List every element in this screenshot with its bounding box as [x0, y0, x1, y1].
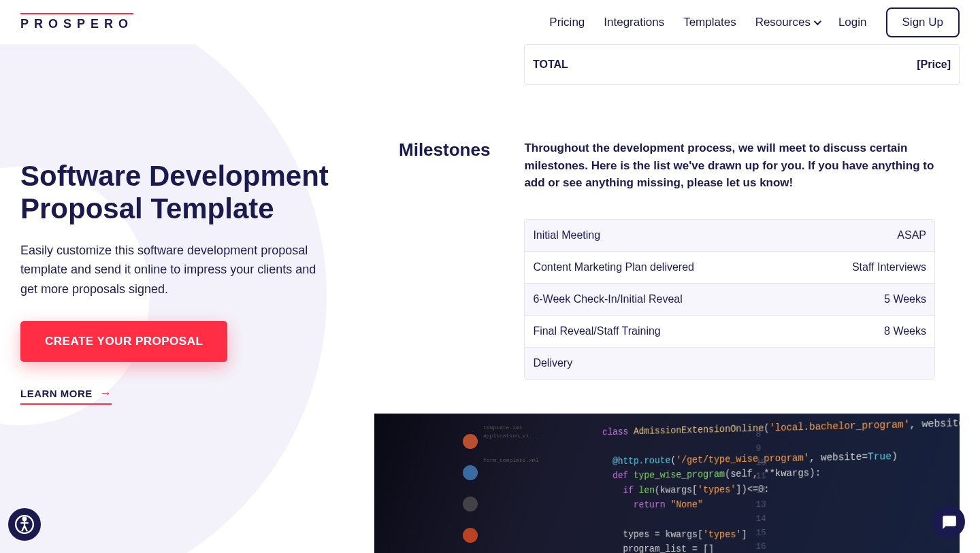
milestones-intro: Throughout the development process, we w… — [524, 139, 935, 192]
milestones-table: Initial Meeting ASAP Content Marketing P… — [524, 219, 935, 380]
page-description: Easily customize this software developme… — [20, 241, 323, 299]
table-row: Content Marketing Plan delivered Staff I… — [525, 252, 934, 284]
milestone-label: Final Reveal/Staff Training — [533, 325, 660, 337]
chat-icon — [940, 513, 958, 531]
document-content: TOTAL [Price] Milestones Throughout the … — [374, 44, 960, 553]
svg-point-0 — [23, 518, 27, 521]
main: Software Development Proposal Template E… — [0, 44, 980, 553]
learn-more-link[interactable]: LEARN MORE → — [20, 386, 112, 405]
logo[interactable]: PROSPERO — [20, 13, 133, 31]
milestone-label: Content Marketing Plan delivered — [533, 261, 694, 273]
nav-templates[interactable]: Templates — [683, 16, 736, 29]
accessibility-icon — [15, 515, 34, 534]
total-value: [Price] — [917, 58, 951, 71]
right-panel: TOTAL [Price] Milestones Throughout the … — [374, 44, 980, 553]
top-nav: PROSPERO Pricing Integrations Templates … — [0, 0, 980, 44]
nav-pricing[interactable]: Pricing — [549, 16, 585, 29]
code-screenshot-image: template.xmlapplication_vi...form_templa… — [374, 414, 960, 554]
milestone-value: 5 Weeks — [884, 293, 926, 305]
milestone-value: 8 Weeks — [884, 325, 926, 337]
chat-button[interactable] — [932, 505, 965, 538]
arrow-right-icon: → — [99, 386, 112, 401]
table-row: 6-Week Check-In/Initial Reveal 5 Weeks — [525, 284, 934, 316]
create-proposal-button[interactable]: CREATE YOUR PROPOSAL — [20, 321, 227, 362]
milestone-label: Initial Meeting — [533, 229, 600, 241]
table-row: Delivery — [525, 348, 934, 379]
milestone-value: ASAP — [897, 229, 926, 241]
left-content: Software Development Proposal Template E… — [20, 65, 354, 405]
learn-more-label: LEARN MORE — [20, 388, 93, 399]
milestones-body: Throughout the development process, we w… — [524, 139, 935, 380]
nav-links: Pricing Integrations Templates Resources… — [549, 7, 960, 37]
milestone-label: Delivery — [533, 357, 572, 369]
milestones-section: Milestones Throughout the development pr… — [374, 139, 960, 380]
chevron-down-icon — [814, 17, 821, 24]
accessibility-button[interactable] — [8, 508, 41, 541]
total-row: TOTAL [Price] — [524, 44, 960, 85]
nav-login[interactable]: Login — [838, 16, 867, 29]
table-row: Initial Meeting ASAP — [525, 220, 934, 252]
signup-button[interactable]: Sign Up — [886, 7, 960, 37]
left-panel: Software Development Proposal Template E… — [0, 44, 374, 553]
nav-resources-label: Resources — [755, 16, 811, 29]
milestone-label: 6-Week Check-In/Initial Reveal — [533, 293, 682, 305]
nav-resources[interactable]: Resources — [755, 16, 819, 29]
table-row: Final Reveal/Staff Training 8 Weeks — [525, 316, 934, 348]
milestones-heading: Milestones — [399, 139, 490, 380]
milestone-value: Staff Interviews — [852, 261, 926, 273]
page-title: Software Development Proposal Template — [20, 160, 354, 226]
nav-integrations[interactable]: Integrations — [604, 16, 664, 29]
total-label: TOTAL — [533, 58, 568, 71]
